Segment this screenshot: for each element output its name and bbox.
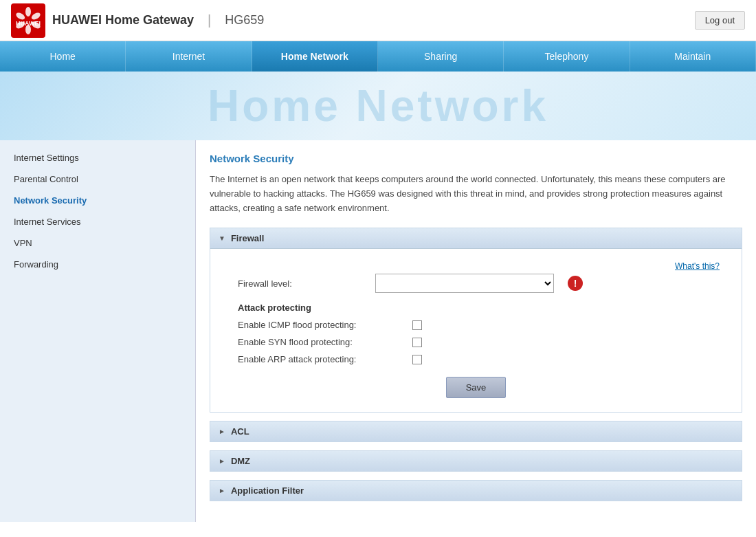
- content-area: Network Security The Internet is an open…: [196, 140, 756, 522]
- firewall-level-label: Firewall level:: [224, 278, 375, 289]
- icmp-checkbox-row: Enable ICMP flood protecting:: [238, 320, 728, 330]
- acl-title: ACL: [231, 426, 249, 437]
- application-filter-title: Application Filter: [231, 485, 304, 496]
- logout-button[interactable]: Log out: [695, 11, 745, 30]
- tab-home[interactable]: Home: [0, 41, 126, 72]
- model-name: HG659: [225, 13, 264, 28]
- sidebar-item-network-security[interactable]: Network Security: [0, 190, 195, 211]
- whats-this-link[interactable]: What's this?: [224, 259, 728, 274]
- logo-area: HUAWEI HUAWEI Home Gateway: [11, 3, 194, 38]
- description-text: The Internet is an open network that kee…: [210, 173, 742, 215]
- dmz-arrow-icon: [219, 457, 225, 465]
- svg-point-5: [25, 25, 31, 34]
- acl-header[interactable]: ACL: [210, 421, 742, 441]
- icmp-checkbox[interactable]: [412, 320, 422, 330]
- syn-checkbox[interactable]: [412, 338, 422, 347]
- save-row: Save: [224, 377, 728, 398]
- error-icon: !: [568, 276, 583, 291]
- huawei-logo: HUAWEI: [11, 3, 45, 38]
- header: HUAWEI HUAWEI Home Gateway | HG659 Log o…: [0, 0, 756, 41]
- tab-home-network[interactable]: Home Network: [252, 41, 378, 72]
- acl-panel: ACL: [210, 421, 742, 442]
- syn-checkbox-row: Enable SYN flood protecting:: [238, 337, 728, 347]
- nav-bar: Home Internet Home Network Sharing Telep…: [0, 41, 756, 72]
- header-divider: |: [208, 12, 211, 28]
- firewall-title: Firewall: [231, 233, 264, 243]
- save-button[interactable]: Save: [446, 377, 507, 398]
- tab-telephony[interactable]: Telephony: [504, 41, 630, 72]
- arp-checkbox-row: Enable ARP attack protecting:: [238, 354, 728, 364]
- firewall-body: What's this? Firewall level: ! Attack pr…: [210, 249, 742, 412]
- firewall-panel: Firewall What's this? Firewall level: ! …: [210, 228, 742, 413]
- arp-label: Enable ARP attack protecting:: [238, 354, 403, 364]
- application-filter-arrow-icon: [219, 487, 225, 494]
- dmz-header[interactable]: DMZ: [210, 451, 742, 471]
- arp-checkbox[interactable]: [412, 355, 422, 364]
- dmz-title: DMZ: [231, 456, 250, 466]
- tab-internet[interactable]: Internet: [126, 41, 252, 72]
- acl-arrow-icon: [219, 428, 225, 435]
- tab-sharing[interactable]: Sharing: [378, 41, 504, 72]
- sidebar-item-internet-settings[interactable]: Internet Settings: [0, 147, 195, 168]
- sidebar-item-internet-services[interactable]: Internet Services: [0, 211, 195, 232]
- application-filter-panel: Application Filter: [210, 480, 742, 501]
- brand-title: HUAWEI Home Gateway: [52, 13, 194, 28]
- banner-text: Home Network: [208, 80, 548, 131]
- sidebar: Internet Settings Parental Control Netwo…: [0, 140, 196, 522]
- syn-label: Enable SYN flood protecting:: [238, 337, 403, 347]
- application-filter-header[interactable]: Application Filter: [210, 481, 742, 501]
- svg-point-2: [25, 7, 31, 17]
- attack-protecting-title: Attack protecting: [238, 303, 728, 313]
- tab-maintain[interactable]: Maintain: [630, 41, 756, 72]
- page-title: Network Security: [210, 153, 742, 164]
- main-layout: Internet Settings Parental Control Netwo…: [0, 140, 756, 522]
- firewall-level-row: Firewall level: !: [224, 274, 728, 293]
- sidebar-item-forwarding[interactable]: Forwarding: [0, 254, 195, 275]
- attack-protecting-section: Attack protecting Enable ICMP flood prot…: [238, 303, 728, 364]
- header-left: HUAWEI HUAWEI Home Gateway | HG659: [11, 3, 264, 38]
- firewall-level-select[interactable]: [375, 274, 554, 293]
- sidebar-item-parental-control[interactable]: Parental Control: [0, 168, 195, 190]
- firewall-header[interactable]: Firewall: [210, 228, 742, 249]
- icmp-label: Enable ICMP flood protecting:: [238, 320, 403, 330]
- banner: Home Network: [0, 72, 756, 140]
- sidebar-item-vpn[interactable]: VPN: [0, 232, 195, 254]
- dmz-panel: DMZ: [210, 450, 742, 472]
- firewall-arrow-icon: [219, 234, 225, 242]
